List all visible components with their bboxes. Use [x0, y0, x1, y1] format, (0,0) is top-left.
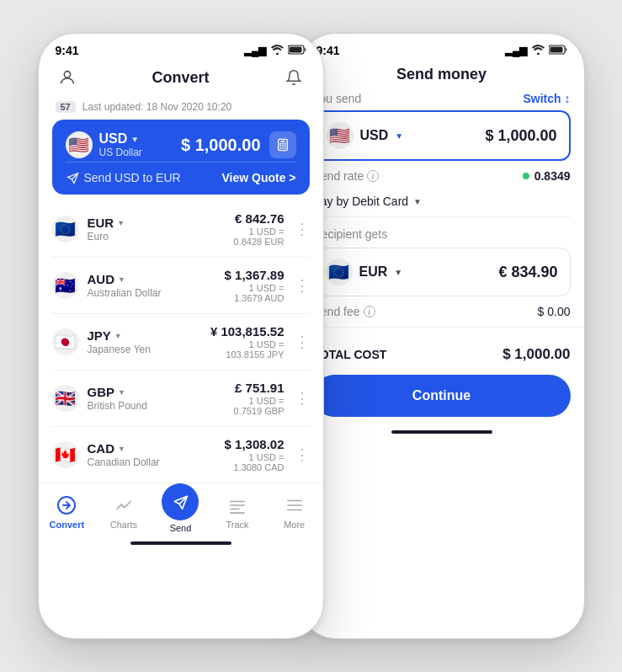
nav-track-label: Track: [226, 520, 249, 530]
cad-code: CAD ▼: [88, 441, 160, 456]
aud-more-icon[interactable]: ⋮: [291, 276, 310, 295]
charts-icon: [112, 493, 136, 517]
rate-info-icon[interactable]: i: [367, 170, 379, 182]
gbp-name: British Pound: [88, 400, 147, 412]
status-bar-left: 9:41 ▂▄▆: [39, 34, 323, 61]
total-cost-value: $ 1,000.00: [502, 346, 570, 363]
cad-amount: $ 1,308.02: [225, 437, 284, 451]
switch-button[interactable]: Switch ↕: [523, 92, 570, 105]
you-send-card[interactable]: 🇺🇸 USD ▼ $ 1,000.00: [313, 110, 571, 161]
eur-name: Euro: [88, 231, 125, 243]
left-phone: 9:41 ▂▄▆ Convert 57 Last: [38, 33, 324, 639]
recipient-amount: € 834.90: [498, 264, 557, 281]
nav-more-label: More: [284, 520, 305, 530]
cad-rate: 1 USD = 1.3080 CAD: [225, 452, 284, 472]
main-amount: $ 1,000.00: [181, 136, 261, 155]
aud-amount-block: $ 1,367.89 1 USD = 1.3679 AUD: [225, 268, 284, 303]
total-cost-label: TOTAL COST: [313, 348, 387, 361]
green-dot-icon: [523, 173, 529, 179]
list-item[interactable]: 🇬🇧 GBP ▼ British Pound £ 751.91 1 USD =: [52, 371, 310, 427]
total-cost-row: TOTAL COST $ 1,000.00: [300, 334, 584, 375]
convert-icon: [55, 493, 78, 517]
eur-info: EUR ▼ Euro: [88, 216, 125, 243]
gbp-amount-block: £ 751.91 1 USD = 0.7519 GBP: [234, 381, 284, 416]
send-icon[interactable]: [162, 483, 199, 520]
list-item[interactable]: 🇨🇦 CAD ▼ Canadian Dollar $ 1,308.02 1 US…: [52, 427, 310, 483]
cad-amount-block: $ 1,308.02 1 USD = 1.3080 CAD: [225, 437, 284, 472]
cad-more-icon[interactable]: ⋮: [291, 445, 310, 464]
recipient-label: Recipient gets: [313, 227, 571, 241]
battery-icon: [288, 45, 306, 57]
gbp-more-icon[interactable]: ⋮: [291, 389, 310, 408]
aud-rate: 1 USD = 1.3679 AUD: [225, 283, 284, 303]
list-item[interactable]: 🇦🇺 AUD ▼ Australian Dollar $ 1,367.89 1 …: [52, 258, 310, 314]
jpy-amount-block: ¥ 103,815.52 1 USD = 103.8155 JPY: [210, 324, 284, 360]
eur-more-icon[interactable]: ⋮: [291, 220, 310, 238]
list-item[interactable]: 🇯🇵 JPY ▼ Japanese Yen ¥ 103,815.52 1 USD…: [52, 314, 310, 371]
list-item[interactable]: 🇪🇺 EUR ▼ Euro € 842.76 1 USD =: [52, 201, 310, 258]
jpy-name: Japanese Yen: [88, 344, 151, 355]
svg-rect-23: [550, 46, 562, 52]
battery-icon-r: [549, 45, 567, 57]
phones-container: 9:41 ▂▄▆ Convert 57 Last: [38, 33, 585, 639]
right-header: Send money: [300, 61, 584, 92]
nav-convert[interactable]: Convert: [43, 493, 90, 530]
jpy-amount: ¥ 103,815.52: [210, 324, 284, 339]
pay-method-row[interactable]: Pay by Debit Card ▼: [300, 191, 584, 216]
recipient-currency-picker[interactable]: 🇪🇺 EUR ▼: [326, 259, 403, 285]
more-icon: [283, 493, 306, 517]
profile-icon[interactable]: [56, 66, 79, 89]
calculator-icon[interactable]: [269, 131, 296, 158]
main-currency-card[interactable]: 🇺🇸 USD ▼ US Dollar $ 1,000.00: [52, 120, 310, 195]
recipient-currency-code: EUR: [359, 264, 388, 280]
recipient-card[interactable]: 🇪🇺 EUR ▼ € 834.90: [313, 248, 571, 296]
status-time-left: 9:41: [56, 44, 79, 57]
aud-name: Australian Dollar: [88, 287, 162, 299]
track-icon: [226, 493, 249, 517]
nav-send[interactable]: Send: [157, 490, 204, 533]
total-divider: [300, 327, 584, 328]
send-fee-row: Send fee i $ 0.00: [300, 296, 584, 327]
jpy-more-icon[interactable]: ⋮: [291, 333, 310, 351]
send-label: Send USD to EUR: [66, 171, 181, 184]
gbp-amount: £ 751.91: [234, 381, 284, 395]
nav-track[interactable]: Track: [214, 493, 261, 530]
view-quote-btn[interactable]: View Quote >: [221, 171, 295, 184]
status-bar-right: 9:41 ▂▄▆: [300, 34, 584, 61]
pay-method-arrow: ▼: [413, 197, 422, 206]
nav-more[interactable]: More: [271, 493, 318, 530]
right-phone: 9:41 ▂▄▆ Send money You send Switch ↕: [299, 33, 585, 639]
send-flag: 🇺🇸: [327, 122, 354, 149]
main-currency-name: US Dollar: [99, 147, 142, 158]
gbp-flag: 🇬🇧: [52, 385, 79, 412]
pay-method-text: Pay by Debit Card: [313, 195, 409, 208]
you-send-label-row: You send Switch ↕: [313, 92, 571, 105]
jpy-flag: 🇯🇵: [52, 328, 79, 355]
eur-flag: 🇪🇺: [52, 216, 79, 243]
fee-info-icon[interactable]: i: [364, 306, 375, 317]
bottom-nav: Convert Charts Send Track: [39, 483, 323, 538]
svg-rect-1: [289, 46, 301, 52]
currency-selector[interactable]: 🇺🇸 USD ▼ US Dollar: [66, 131, 142, 158]
eur-amount-block: € 842.76 1 USD = 0.8428 EUR: [234, 211, 284, 247]
home-indicator-right: [391, 430, 492, 434]
eur-code: EUR ▼: [88, 216, 125, 230]
aud-code: AUD ▼: [88, 272, 162, 286]
send-currency-picker[interactable]: 🇺🇸 USD ▼: [327, 122, 404, 149]
fee-value: $ 0.00: [538, 305, 571, 318]
recipient-flag: 🇪🇺: [326, 259, 353, 285]
status-icons-left: ▂▄▆: [244, 45, 306, 57]
eur-amount: € 842.76: [234, 211, 284, 226]
send-amount: $ 1,000.00: [485, 127, 556, 145]
gbp-info: GBP ▼ British Pound: [88, 385, 147, 412]
currency-list: 🇪🇺 EUR ▼ Euro € 842.76 1 USD =: [39, 201, 323, 483]
continue-button[interactable]: Continue: [313, 375, 571, 417]
nav-charts[interactable]: Charts: [100, 493, 147, 530]
recipient-section: Recipient gets 🇪🇺 EUR ▼ € 834.90: [300, 217, 584, 296]
send-quote-bar[interactable]: Send USD to EUR View Quote >: [66, 162, 296, 195]
bell-icon[interactable]: [282, 66, 306, 89]
nav-charts-label: Charts: [110, 520, 137, 530]
rate-value: 0.8349: [523, 169, 571, 183]
currency-right-gbp: £ 751.91 1 USD = 0.7519 GBP ⋮: [234, 381, 310, 416]
home-indicator-left: [130, 541, 231, 545]
